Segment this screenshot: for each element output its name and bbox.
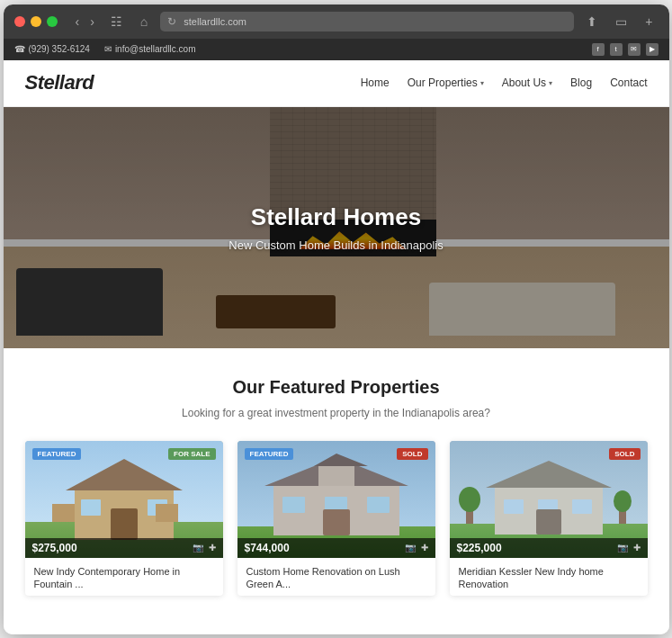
badge-featured-1: FEATURED xyxy=(32,448,82,460)
email-icon: ✉ xyxy=(104,44,112,54)
svg-rect-5 xyxy=(111,508,138,540)
reader-view-button[interactable]: ☷ xyxy=(105,13,128,31)
phone-icon: ☎ xyxy=(14,44,25,54)
expand-icon-3: ✚ xyxy=(633,543,641,553)
hero-text: Stellard Homes New Custom Home Builds in… xyxy=(228,203,443,252)
nav-our-properties-label: Our Properties xyxy=(408,76,478,89)
expand-icon-1: ✚ xyxy=(209,543,216,553)
svg-point-31 xyxy=(614,490,632,512)
youtube-icon[interactable]: ▶ xyxy=(646,43,659,56)
nav-home-label: Home xyxy=(361,76,390,89)
property-card-1[interactable]: FEATURED FOR SALE $275,000 📷 ✚ New Indy … xyxy=(25,441,223,597)
badge-sold-2: SOLD xyxy=(397,448,427,460)
property-image-3: SOLD $225,000 📷 ✚ xyxy=(450,441,648,558)
expand-icon-2: ✚ xyxy=(421,543,428,553)
svg-rect-19 xyxy=(323,509,350,535)
minimize-button[interactable] xyxy=(31,16,41,27)
browser-window: ‹ › ☷ ⌂ ↻ stellardllc.com ⬆ ▭ + ☎ (929) … xyxy=(4,4,669,634)
property-title-1: New Indy Contemporary Home in Fountain .… xyxy=(25,558,223,597)
new-tab-button[interactable]: + xyxy=(640,13,658,31)
property-card-3[interactable]: SOLD $225,000 📷 ✚ Meridian Kessler New I… xyxy=(450,441,648,597)
price-bar-2: $744,000 📷 ✚ xyxy=(237,538,435,558)
price-icons-1: 📷 ✚ xyxy=(193,543,216,553)
contact-info: ☎ (929) 352-6124 ✉ info@stellardllc.com xyxy=(14,44,196,54)
nav-blog-label: Blog xyxy=(570,76,592,89)
top-contact-bar: ☎ (929) 352-6124 ✉ info@stellardllc.com … xyxy=(4,39,669,60)
camera-icon-1: 📷 xyxy=(193,543,203,553)
email-info: ✉ info@stellardllc.com xyxy=(104,44,196,54)
price-2: $744,000 xyxy=(245,542,290,554)
property-image-2: FEATURED SOLD $744,000 📷 ✚ xyxy=(237,441,435,558)
property-card-2[interactable]: FEATURED SOLD $744,000 📷 ✚ Custom Home R… xyxy=(237,441,435,597)
svg-rect-26 xyxy=(572,499,592,514)
svg-rect-24 xyxy=(504,499,524,514)
tab-overview-button[interactable]: ▭ xyxy=(610,13,632,31)
nav-about-us[interactable]: About Us ▾ xyxy=(502,76,552,89)
price-bar-3: $225,000 📷 ✚ xyxy=(450,538,648,558)
svg-rect-6 xyxy=(81,499,101,516)
title-bar: ‹ › ☷ ⌂ ↻ stellardllc.com ⬆ ▭ + xyxy=(4,4,669,39)
chevron-down-icon-2: ▾ xyxy=(549,79,552,87)
back-button[interactable]: ‹ xyxy=(72,13,84,31)
home-button[interactable]: ⌂ xyxy=(135,13,153,31)
svg-point-29 xyxy=(459,487,480,512)
price-bar-1: $275,000 📷 ✚ xyxy=(25,538,223,558)
share-button[interactable]: ⬆ xyxy=(581,13,603,31)
email-social-icon[interactable]: ✉ xyxy=(628,43,641,56)
email-address: info@stellardllc.com xyxy=(115,44,196,54)
site-nav: Home Our Properties ▾ About Us ▾ Blog Co… xyxy=(361,76,648,89)
facebook-icon[interactable]: f xyxy=(592,43,605,56)
svg-rect-18 xyxy=(367,497,390,513)
nav-blog[interactable]: Blog xyxy=(570,76,592,89)
site-logo[interactable]: Stellard xyxy=(25,71,94,94)
price-3: $225,000 xyxy=(457,542,502,554)
forward-button[interactable]: › xyxy=(86,13,98,31)
hero-title: Stellard Homes xyxy=(228,203,443,231)
property-title-3: Meridian Kessler New Indy home Renovatio… xyxy=(450,558,648,597)
hero-subtitle: New Custom Home Builds in Indianapolis xyxy=(228,238,443,252)
nav-contact-label: Contact xyxy=(610,76,647,89)
hero-section: Stellard Homes New Custom Home Builds in… xyxy=(4,107,669,348)
price-icons-2: 📷 ✚ xyxy=(405,543,428,553)
svg-rect-9 xyxy=(156,504,178,522)
camera-icon-3: 📷 xyxy=(617,543,628,553)
svg-rect-14 xyxy=(318,466,354,486)
nav-arrows: ‹ › xyxy=(72,13,98,31)
nav-contact[interactable]: Contact xyxy=(610,76,647,89)
chevron-down-icon: ▾ xyxy=(480,79,484,87)
badge-for-sale-1: FOR SALE xyxy=(168,448,215,460)
site-content: ☎ (929) 352-6124 ✉ info@stellardllc.com … xyxy=(4,39,669,634)
svg-rect-16 xyxy=(282,497,305,513)
phone-number: (929) 352-6124 xyxy=(29,44,90,54)
traffic-lights xyxy=(14,16,58,27)
site-header: Stellard Home Our Properties ▾ About Us … xyxy=(4,60,669,107)
social-links: f t ✉ ▶ xyxy=(592,43,659,56)
reload-icon: ↻ xyxy=(167,15,176,28)
nav-home[interactable]: Home xyxy=(361,76,390,89)
featured-section: Our Featured Properties Looking for a gr… xyxy=(4,348,669,615)
close-button[interactable] xyxy=(14,16,25,27)
property-image-1: FEATURED FOR SALE $275,000 📷 ✚ xyxy=(25,441,223,558)
url-text: stellardllc.com xyxy=(184,16,246,27)
nav-our-properties[interactable]: Our Properties ▾ xyxy=(408,76,484,89)
svg-rect-8 xyxy=(52,504,75,522)
twitter-icon[interactable]: t xyxy=(610,43,623,56)
phone-info: ☎ (929) 352-6124 xyxy=(14,44,90,54)
section-title: Our Featured Properties xyxy=(25,377,648,398)
badge-sold-3: SOLD xyxy=(609,448,640,460)
properties-grid: FEATURED FOR SALE $275,000 📷 ✚ New Indy … xyxy=(25,441,648,597)
nav-about-us-label: About Us xyxy=(502,76,546,89)
section-subtitle: Looking for a great investment property … xyxy=(25,407,648,419)
address-bar[interactable]: ↻ stellardllc.com xyxy=(160,12,574,31)
price-1: $275,000 xyxy=(32,542,77,554)
badge-featured-2: FEATURED xyxy=(245,448,294,460)
property-title-2: Custom Home Renovation on Lush Green A..… xyxy=(237,558,435,597)
price-icons-3: 📷 ✚ xyxy=(617,543,641,553)
svg-rect-27 xyxy=(536,509,561,535)
camera-icon-2: 📷 xyxy=(405,543,416,553)
fullscreen-button[interactable] xyxy=(47,16,58,27)
